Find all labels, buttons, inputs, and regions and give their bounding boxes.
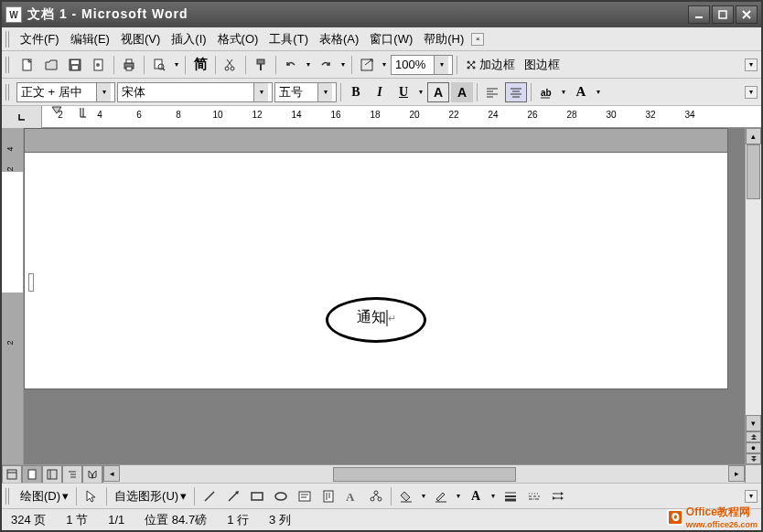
- scroll-left-icon[interactable]: ◂: [103, 465, 120, 482]
- dropdown-icon[interactable]: ▾: [317, 83, 332, 101]
- browse-object-icon[interactable]: ●: [746, 442, 761, 453]
- arrow-style-icon[interactable]: [547, 486, 569, 506]
- undo-icon[interactable]: [280, 55, 302, 75]
- toolbar-options-icon[interactable]: ▾: [745, 490, 758, 503]
- dropdown-icon[interactable]: ▾: [489, 486, 498, 506]
- scroll-right-icon[interactable]: ▸: [728, 465, 745, 482]
- diagram-icon[interactable]: [365, 486, 387, 506]
- line-color-icon[interactable]: [430, 486, 452, 506]
- style-combo[interactable]: 正文 + 居中 ▾: [16, 82, 115, 102]
- hscroll-track[interactable]: [120, 465, 728, 483]
- tab-selector-icon[interactable]: [2, 106, 42, 128]
- oval-icon[interactable]: [270, 486, 292, 506]
- page-viewport[interactable]: 通知↵: [24, 128, 745, 464]
- redo-icon[interactable]: [315, 55, 337, 75]
- dropdown-icon[interactable]: ▾: [253, 83, 268, 101]
- prev-page-icon[interactable]: [746, 431, 761, 442]
- scroll-thumb[interactable]: [747, 144, 760, 199]
- wordart-icon[interactable]: A: [341, 486, 363, 506]
- highlight-icon[interactable]: ab: [535, 82, 557, 102]
- dropdown-icon[interactable]: ▾: [380, 55, 389, 75]
- simplified-chinese-button[interactable]: 简: [189, 55, 211, 75]
- menu-tools[interactable]: 工具(T): [263, 28, 314, 50]
- align-left-icon[interactable]: [481, 82, 503, 102]
- arrow-icon[interactable]: [222, 486, 244, 506]
- menu-view[interactable]: 视图(V): [115, 28, 166, 50]
- cut-icon[interactable]: [220, 55, 242, 75]
- new-document-icon[interactable]: [16, 55, 38, 75]
- scroll-up-icon[interactable]: ▴: [746, 128, 761, 144]
- dropdown-icon[interactable]: ▾: [419, 486, 428, 506]
- dropdown-icon[interactable]: ▾: [96, 83, 111, 101]
- italic-button[interactable]: I: [369, 82, 391, 102]
- dropdown-icon[interactable]: ▾: [304, 55, 313, 75]
- menu-insert[interactable]: 插入(I): [166, 28, 211, 50]
- vertical-ruler[interactable]: 4 2 2: [2, 128, 24, 464]
- toolbar-options-icon[interactable]: ▾: [745, 59, 758, 71]
- menu-table[interactable]: 表格(A): [314, 28, 364, 50]
- fill-color-icon[interactable]: [395, 486, 417, 506]
- font-combo[interactable]: 宋体 ▾: [117, 82, 273, 102]
- dropdown-icon[interactable]: ▾: [172, 55, 181, 75]
- minimize-button[interactable]: [688, 5, 710, 24]
- hscroll-thumb[interactable]: [333, 467, 516, 482]
- tab-stop-icon[interactable]: [79, 106, 88, 121]
- font-color-button[interactable]: A: [570, 82, 592, 102]
- insert-frame-icon[interactable]: [356, 55, 378, 75]
- document-text[interactable]: 通知↵: [357, 308, 396, 327]
- document-page[interactable]: 通知↵: [24, 152, 728, 389]
- toolbar-options-icon[interactable]: ▾: [745, 86, 758, 99]
- line-icon[interactable]: [199, 486, 220, 506]
- dropdown-icon[interactable]: ▾: [416, 82, 425, 102]
- scroll-track[interactable]: [746, 144, 761, 415]
- char-border-button[interactable]: A: [427, 82, 449, 102]
- permission-icon[interactable]: [88, 55, 110, 75]
- scroll-down-icon[interactable]: ▾: [746, 415, 761, 431]
- menu-help[interactable]: 帮助(H): [418, 28, 469, 50]
- dropdown-icon[interactable]: ▾: [339, 55, 348, 75]
- format-painter-icon[interactable]: [250, 55, 272, 75]
- toolbar-grip-icon[interactable]: [5, 488, 11, 505]
- toolbar-grip-icon[interactable]: [5, 57, 11, 73]
- print-preview-icon[interactable]: [148, 55, 170, 75]
- image-border-button[interactable]: 图边框: [521, 55, 564, 75]
- underline-button[interactable]: U: [392, 82, 414, 102]
- toolbar-grip-icon[interactable]: [5, 31, 11, 48]
- select-objects-icon[interactable]: [81, 486, 102, 506]
- horizontal-ruler[interactable]: 246810121416182022242628303234: [2, 106, 761, 128]
- vertical-textbox-icon[interactable]: [317, 486, 339, 506]
- add-border-button[interactable]: 加边框: [461, 55, 519, 75]
- rectangle-icon[interactable]: [246, 486, 268, 506]
- font-size-combo[interactable]: 五号 ▾: [274, 82, 337, 102]
- autoshapes-button[interactable]: 自选图形(U) ▾: [111, 486, 190, 506]
- dropdown-icon[interactable]: ▾: [559, 82, 568, 102]
- align-center-icon[interactable]: [505, 82, 527, 102]
- save-icon[interactable]: [64, 55, 86, 75]
- next-page-icon[interactable]: [746, 453, 761, 464]
- bold-button[interactable]: B: [345, 82, 367, 102]
- close-button[interactable]: [736, 5, 758, 24]
- reading-layout-view-icon[interactable]: [82, 465, 102, 484]
- toolbar-grip-icon[interactable]: [5, 84, 11, 101]
- menu-format[interactable]: 格式(O): [212, 28, 264, 50]
- dropdown-icon[interactable]: ▾: [594, 82, 603, 102]
- menu-expand-icon[interactable]: ×: [471, 33, 484, 46]
- menu-file[interactable]: 文件(F): [15, 28, 65, 50]
- zoom-combo[interactable]: 100% ▾: [391, 55, 453, 75]
- draw-menu-button[interactable]: 绘图(D) ▾: [16, 486, 72, 506]
- font-color-icon[interactable]: A: [465, 486, 487, 506]
- dropdown-icon[interactable]: ▾: [454, 486, 463, 506]
- dropdown-icon[interactable]: ▾: [434, 56, 448, 74]
- maximize-button[interactable]: [712, 5, 734, 24]
- print-icon[interactable]: [118, 55, 140, 75]
- normal-view-icon[interactable]: [2, 465, 22, 484]
- textbox-icon[interactable]: [294, 486, 316, 506]
- menu-edit[interactable]: 编辑(E): [65, 28, 115, 50]
- outline-view-icon[interactable]: [62, 465, 82, 484]
- print-layout-view-icon[interactable]: [22, 465, 42, 484]
- web-layout-view-icon[interactable]: [42, 465, 62, 484]
- line-style-icon[interactable]: [500, 486, 521, 506]
- char-shading-button[interactable]: A: [451, 82, 473, 102]
- menu-window[interactable]: 窗口(W): [364, 28, 418, 50]
- dash-style-icon[interactable]: [523, 486, 545, 506]
